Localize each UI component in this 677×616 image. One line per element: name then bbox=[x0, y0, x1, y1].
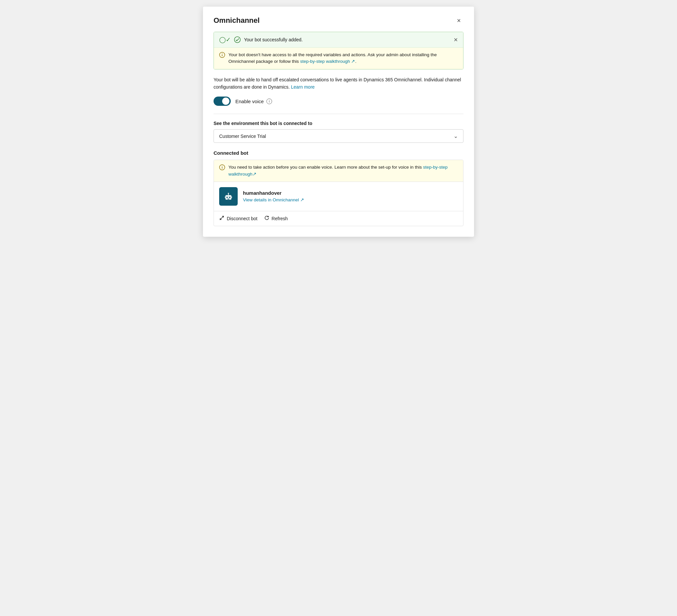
divider bbox=[214, 114, 463, 114]
svg-point-1 bbox=[234, 37, 240, 43]
voice-info-icon: i bbox=[266, 98, 272, 104]
refresh-icon bbox=[264, 215, 269, 222]
success-banner: ◯✓ Your bot successfully added. ✕ bbox=[214, 32, 463, 48]
svg-point-9 bbox=[226, 197, 228, 198]
warning-walkthrough-link[interactable]: step-by-step walkthrough ↗ bbox=[300, 59, 355, 64]
svg-rect-11 bbox=[227, 199, 229, 200]
success-banner-inner: ◯✓ Your bot successfully added. bbox=[219, 36, 303, 43]
description-text: Your bot will be able to hand off escala… bbox=[214, 76, 463, 91]
card-info-icon bbox=[219, 164, 225, 170]
banners-wrapper: ◯✓ Your bot successfully added. ✕ bbox=[214, 32, 463, 70]
svg-point-7 bbox=[222, 166, 222, 167]
environment-selected: Customer Service Trial bbox=[219, 134, 266, 139]
environment-label: See the environment this bot is connecte… bbox=[214, 121, 463, 126]
check-circle-icon-svg bbox=[234, 36, 241, 43]
enable-voice-row: Enable voice i bbox=[214, 96, 463, 106]
bot-icon bbox=[223, 191, 234, 202]
omnichannel-dialog: Omnichannel × ◯✓ Your bot successfully a… bbox=[203, 7, 474, 237]
enable-voice-toggle[interactable] bbox=[214, 96, 231, 106]
toggle-label: Enable voice i bbox=[235, 98, 272, 104]
learn-more-link[interactable]: Learn more bbox=[291, 84, 315, 90]
dialog-title: Omnichannel bbox=[214, 16, 260, 25]
disconnect-icon bbox=[219, 215, 224, 222]
bot-info: humanhandover View details in Omnichanne… bbox=[243, 190, 304, 202]
info-icon bbox=[219, 52, 225, 58]
view-details-link[interactable]: View details in Omnichannel ↗ bbox=[243, 197, 304, 202]
chevron-down-icon: ⌄ bbox=[454, 133, 458, 139]
svg-point-10 bbox=[229, 197, 230, 198]
connected-bot-card: You need to take action before you can e… bbox=[214, 160, 463, 226]
refresh-button[interactable]: Refresh bbox=[264, 215, 288, 222]
dialog-header: Omnichannel × bbox=[214, 16, 463, 25]
warning-banner: Your bot doesn't have access to all the … bbox=[214, 48, 463, 69]
warning-banner-text: Your bot doesn't have access to all the … bbox=[228, 52, 458, 65]
close-button[interactable]: × bbox=[454, 16, 463, 25]
card-actions: Disconnect bot Refresh bbox=[214, 211, 463, 226]
connected-bot-title: Connected bot bbox=[214, 150, 463, 156]
card-warning: You need to take action before you can e… bbox=[214, 160, 463, 182]
svg-point-4 bbox=[222, 53, 222, 54]
svg-line-16 bbox=[220, 216, 224, 220]
success-banner-text: Your bot successfully added. bbox=[244, 37, 303, 42]
svg-point-13 bbox=[228, 193, 229, 194]
banner-close-button[interactable]: ✕ bbox=[454, 37, 458, 43]
bot-name: humanhandover bbox=[243, 190, 304, 196]
svg-rect-14 bbox=[225, 196, 225, 198]
card-warning-text: You need to take action before you can e… bbox=[228, 164, 458, 178]
disconnect-bot-button[interactable]: Disconnect bot bbox=[219, 215, 258, 222]
svg-rect-15 bbox=[231, 196, 232, 198]
bot-avatar bbox=[219, 187, 238, 206]
bot-row: humanhandover View details in Omnichanne… bbox=[214, 182, 463, 211]
environment-dropdown[interactable]: Customer Service Trial ⌄ bbox=[214, 129, 463, 143]
check-circle-icon: ◯✓ bbox=[219, 36, 231, 43]
